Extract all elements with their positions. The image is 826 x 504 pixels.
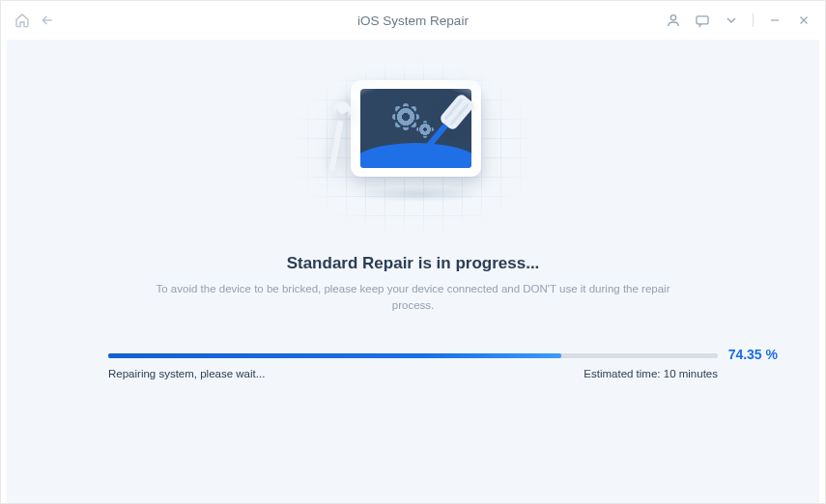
progress-heading: Standard Repair is in progress... [7,254,819,273]
separator [753,14,754,27]
gear-icon [418,123,432,136]
wrench-icon [320,100,355,181]
content-area: Standard Repair is in progress... To avo… [7,40,819,503]
feedback-icon[interactable] [695,13,710,28]
progress-status-text: Repairing system, please wait... [108,368,265,379]
svg-point-0 [670,15,675,20]
repair-illustration [298,61,529,235]
minimize-icon[interactable] [767,13,783,28]
chevron-down-icon[interactable] [724,13,739,28]
progress-estimated-time: Estimated time: 10 minutes [584,368,718,379]
progress-percent: 74.35 % [728,347,778,362]
progress-bar [108,353,718,358]
progress-area: 74.35 % Repairing system, please wait...… [108,353,718,379]
back-icon[interactable] [40,13,55,28]
titlebar: iOS System Repair [1,1,825,40]
home-icon[interactable] [14,13,30,28]
user-icon[interactable] [666,13,681,28]
progress-subtext: To avoid the device to be bricked, pleas… [143,281,684,315]
progress-bar-fill [108,353,561,358]
gear-icon [395,106,416,127]
close-icon[interactable] [796,13,812,28]
